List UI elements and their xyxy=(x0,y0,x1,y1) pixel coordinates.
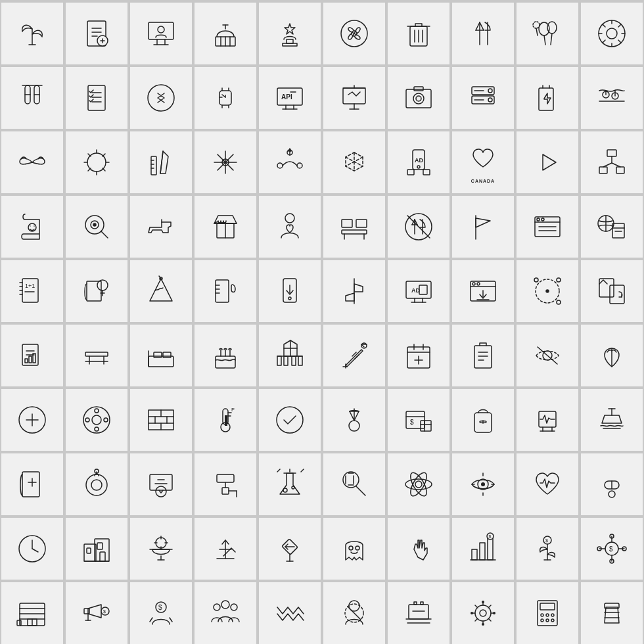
svg-point-294 xyxy=(156,486,166,497)
icon-bed xyxy=(130,325,192,386)
icon-network-diagram xyxy=(581,131,643,193)
icon-ai-path xyxy=(259,131,321,193)
icon-browser-download xyxy=(452,260,514,322)
svg-point-314 xyxy=(415,481,422,488)
icon-balloons xyxy=(517,3,578,64)
icon-play-button xyxy=(517,131,578,193)
svg-point-386 xyxy=(221,601,229,609)
svg-rect-74 xyxy=(414,87,423,91)
icon-sun-circle xyxy=(66,131,127,193)
svg-text:$: $ xyxy=(410,419,414,426)
svg-point-410 xyxy=(471,612,473,614)
svg-text:$: $ xyxy=(103,609,106,614)
icon-film-reel xyxy=(66,389,127,451)
icon-api-monitor: API xyxy=(259,67,321,129)
svg-line-30 xyxy=(476,22,480,30)
svg-line-306 xyxy=(301,469,304,472)
icon-birthday-cake xyxy=(195,325,256,386)
icon-wings xyxy=(1,131,63,193)
icon-flag xyxy=(452,196,514,258)
icon-bar-chart-dollar: $ xyxy=(452,518,514,580)
icon-plant-gift xyxy=(581,325,643,386)
svg-point-197 xyxy=(546,290,549,292)
svg-rect-206 xyxy=(25,359,28,363)
svg-rect-225 xyxy=(292,356,296,365)
svg-rect-378 xyxy=(17,620,21,626)
svg-line-406 xyxy=(488,605,491,608)
svg-rect-334 xyxy=(100,552,105,561)
svg-marker-120 xyxy=(543,154,556,170)
icon-calculator-grid xyxy=(517,582,578,644)
icon-weight-ring xyxy=(66,453,127,515)
svg-point-417 xyxy=(541,619,543,622)
svg-line-39 xyxy=(536,28,538,35)
icon-atom-flower xyxy=(388,453,449,515)
svg-rect-272 xyxy=(406,411,425,428)
icon-gallery-furniture xyxy=(323,196,385,258)
svg-line-309 xyxy=(356,486,365,495)
svg-point-289 xyxy=(86,474,107,495)
icon-clock xyxy=(1,518,63,580)
icon-server-tray xyxy=(452,67,514,129)
svg-line-150 xyxy=(407,216,430,238)
icon-ruler-pencil xyxy=(130,131,192,193)
icon-ruler-droplet xyxy=(195,260,256,322)
icon-city-report xyxy=(66,518,127,580)
svg-rect-98 xyxy=(151,156,156,175)
svg-text:$: $ xyxy=(545,538,548,543)
svg-line-246 xyxy=(538,347,557,364)
svg-point-271 xyxy=(349,421,359,431)
icon-browser-list xyxy=(517,196,578,258)
svg-rect-47 xyxy=(88,85,105,110)
icon-checklist xyxy=(66,67,127,129)
icon-trophy-star xyxy=(259,3,321,64)
icon-battery-bolt xyxy=(517,67,578,129)
svg-point-399 xyxy=(480,610,486,616)
svg-rect-379 xyxy=(84,609,89,614)
svg-line-133 xyxy=(101,231,108,238)
svg-point-255 xyxy=(85,418,89,422)
icon-heart-monitor xyxy=(517,389,578,451)
icon-brick-wall xyxy=(130,389,192,451)
svg-point-198 xyxy=(534,278,538,282)
svg-rect-9 xyxy=(149,22,173,39)
svg-line-102 xyxy=(160,151,163,173)
icon-party-hat xyxy=(130,260,192,322)
icon-globe-document xyxy=(581,196,643,258)
icon-ar-cube xyxy=(323,131,385,193)
svg-rect-123 xyxy=(616,167,624,173)
icon-file-sync xyxy=(581,260,643,322)
svg-text:AD: AD xyxy=(415,157,423,164)
icon-monitor-ad: AD xyxy=(388,260,449,322)
svg-rect-241 xyxy=(474,346,492,368)
svg-rect-331 xyxy=(95,539,109,561)
svg-text:$: $ xyxy=(158,604,162,611)
icon-medical-calendar xyxy=(388,325,449,386)
icon-syringe xyxy=(323,325,385,386)
icon-person-heart xyxy=(259,196,321,258)
icon-magnify-target xyxy=(66,196,127,258)
icon-festival-lights xyxy=(581,67,643,129)
icon-plant-money: $ xyxy=(517,518,578,580)
svg-point-73 xyxy=(416,96,421,101)
svg-point-251 xyxy=(83,407,110,433)
svg-line-125 xyxy=(603,163,612,167)
svg-point-41 xyxy=(607,28,617,39)
svg-rect-420 xyxy=(605,603,619,609)
icon-checkmark-circle xyxy=(259,389,321,451)
svg-line-404 xyxy=(475,605,478,608)
svg-rect-140 xyxy=(356,219,367,227)
icon-signpost xyxy=(323,260,385,322)
icon-building-dome xyxy=(195,3,256,64)
icon-trash-can xyxy=(388,3,449,64)
svg-rect-118 xyxy=(407,170,414,175)
svg-rect-299 xyxy=(222,488,229,494)
svg-point-326 xyxy=(609,491,615,497)
icon-utensils xyxy=(452,3,514,64)
icon-canada-heart: CANADA xyxy=(452,131,514,193)
icon-heartbeat xyxy=(517,453,578,515)
svg-point-256 xyxy=(104,418,108,422)
svg-point-414 xyxy=(541,614,543,616)
icon-people-group xyxy=(195,582,256,644)
svg-line-329 xyxy=(32,549,38,552)
